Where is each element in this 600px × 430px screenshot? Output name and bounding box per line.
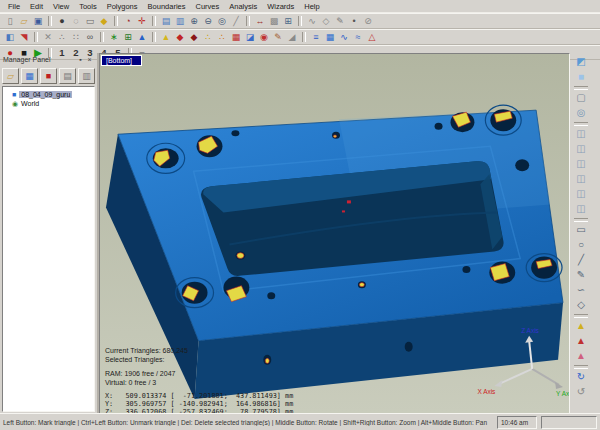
- z-axis-label: Z Axis: [521, 327, 539, 334]
- menu-item[interactable]: Wizards: [262, 1, 299, 12]
- save-icon[interactable]: ▣: [31, 15, 45, 27]
- delete-icon[interactable]: ✕: [41, 31, 55, 43]
- dimension-icon[interactable]: ↔: [253, 15, 267, 27]
- tab-properties-icon[interactable]: ▤: [59, 68, 76, 84]
- fill-holes-icon[interactable]: ▲: [159, 31, 173, 43]
- zoom-in-icon[interactable]: ⊕: [187, 15, 201, 27]
- disable-icon[interactable]: ⊘: [361, 15, 375, 27]
- smooth-shaded-icon[interactable]: ■: [573, 70, 589, 84]
- mark-yellow-icon[interactable]: ▲: [573, 319, 589, 333]
- disc-icon[interactable]: ◉: [257, 31, 271, 43]
- repair-icon[interactable]: ◆: [187, 31, 201, 43]
- polish-icon[interactable]: ∴: [215, 31, 229, 43]
- select-rect-icon[interactable]: ▭: [573, 223, 589, 237]
- single-view-icon[interactable]: ▤: [159, 15, 173, 27]
- iso-view-1-icon[interactable]: ◫: [573, 127, 589, 141]
- monitor-icon[interactable]: ▦: [323, 31, 337, 43]
- mark-red-icon[interactable]: ▲: [573, 334, 589, 348]
- menu-item[interactable]: Analysis: [224, 1, 262, 12]
- shaded-view-icon[interactable]: ◩: [573, 55, 589, 69]
- rotate-cw-icon[interactable]: ↻: [573, 370, 589, 384]
- menu-item[interactable]: Tools: [74, 1, 102, 12]
- tab-settings-icon[interactable]: ▥: [78, 68, 95, 84]
- info-overlay: Current Triangles: 680,245 Selected Tria…: [105, 346, 293, 414]
- point-cloud-icon[interactable]: ∴: [55, 31, 69, 43]
- new-file-icon[interactable]: ▯: [3, 15, 17, 27]
- open-folder-icon[interactable]: ▱: [17, 15, 31, 27]
- iso-view-4-icon[interactable]: ◫: [573, 172, 589, 186]
- spring-icon[interactable]: ≡: [309, 31, 323, 43]
- binocular-icon[interactable]: ∞: [83, 31, 97, 43]
- ellipse-select-icon[interactable]: ◌: [69, 15, 83, 27]
- triangle-mesh-icon[interactable]: ▲: [135, 31, 149, 43]
- rect-select-icon[interactable]: ▭: [83, 15, 97, 27]
- hourglass-icon[interactable]: ◆: [97, 15, 111, 27]
- x-coordinate: X: 509.013374 [ -71.201881; 437.811493] …: [105, 392, 293, 400]
- menu-item[interactable]: Boundaries: [143, 1, 191, 12]
- select-polygon-icon[interactable]: ◇: [573, 298, 589, 312]
- menu-item[interactable]: Help: [299, 1, 324, 12]
- menu-item[interactable]: View: [48, 1, 74, 12]
- compare-icon[interactable]: △: [365, 31, 379, 43]
- grid-icon[interactable]: ⊞: [281, 15, 295, 27]
- tab-tree-icon[interactable]: ▱: [2, 68, 19, 84]
- select-pencil-icon[interactable]: ✎: [573, 268, 589, 282]
- iso-view-5-icon[interactable]: ◫: [573, 187, 589, 201]
- select-line-icon[interactable]: ╱: [573, 253, 589, 267]
- sandpaper-icon[interactable]: ∴: [201, 31, 215, 43]
- status-extra-pane: [541, 416, 597, 429]
- curve-tool-icon[interactable]: ∿: [305, 15, 319, 27]
- viewport-3d[interactable]: Z Axis X Axis Y Axis [Bottom] Current Tr…: [99, 53, 570, 414]
- waves-icon[interactable]: ≈: [351, 31, 365, 43]
- wave-icon[interactable]: ∿: [337, 31, 351, 43]
- iso-view-6-icon[interactable]: ◫: [573, 202, 589, 216]
- select-lasso-icon[interactable]: ∽: [573, 283, 589, 297]
- cylinder-view-icon[interactable]: ◎: [573, 106, 589, 120]
- mark-pink-icon[interactable]: ▲: [573, 349, 589, 363]
- iso-view-3-icon[interactable]: ◫: [573, 157, 589, 171]
- select-circle-icon[interactable]: ○: [573, 238, 589, 252]
- hierarchy-icon[interactable]: ⊞: [121, 31, 135, 43]
- flat-view-icon[interactable]: ▢: [573, 91, 589, 105]
- manager-panel: Manager Panel ▪ × ▱▦■▤▥ ■ 08_04_09_guru …: [0, 53, 99, 414]
- zoom-out-icon[interactable]: ⊖: [201, 15, 215, 27]
- close-icon[interactable]: ×: [85, 56, 94, 63]
- main-area: Manager Panel ▪ × ▱▦■▤▥ ■ 08_04_09_guru …: [0, 53, 600, 414]
- tab-display-icon[interactable]: ▦: [21, 68, 38, 84]
- tree-item[interactable]: ◉ World: [5, 99, 94, 108]
- menu-bar: FileEditViewToolsPolygonsBoundariesCurve…: [0, 0, 600, 13]
- cube-tool-icon[interactable]: ◇: [319, 15, 333, 27]
- snapshot-icon[interactable]: ▩: [267, 15, 281, 27]
- wireframe-icon[interactable]: ◥: [17, 31, 31, 43]
- menu-item[interactable]: File: [3, 1, 25, 12]
- measure-line-icon[interactable]: ╱: [229, 15, 243, 27]
- target-icon[interactable]: ✛: [135, 15, 149, 27]
- feature-icon[interactable]: ∗: [107, 31, 121, 43]
- toolbar-separator: [246, 16, 250, 26]
- edit-boundary-icon[interactable]: ✎: [271, 31, 285, 43]
- shade-model-icon[interactable]: ◧: [3, 31, 17, 43]
- toolbar-separator: [114, 16, 118, 26]
- ram-info: RAM: 1906 free / 2047: [105, 369, 293, 378]
- ramp-icon[interactable]: ◢: [285, 31, 299, 43]
- defeature-icon[interactable]: ◆: [173, 31, 187, 43]
- tab-model-icon[interactable]: ■: [40, 68, 57, 84]
- history-clock-icon[interactable]: ◔: [121, 15, 135, 27]
- plane-cut-icon[interactable]: ◪: [243, 31, 257, 43]
- menu-item[interactable]: Curves: [190, 1, 224, 12]
- zoom-window-icon[interactable]: ◎: [215, 15, 229, 27]
- menu-item[interactable]: Edit: [25, 1, 48, 12]
- menu-item[interactable]: Polygons: [102, 1, 143, 12]
- register-icon[interactable]: ∷: [69, 31, 83, 43]
- status-bar: Left Button: Mark triangle | Ctrl+Left B…: [0, 413, 600, 430]
- point-icon[interactable]: •: [347, 15, 361, 27]
- sphere-tool-icon[interactable]: ●: [55, 15, 69, 27]
- multi-view-icon[interactable]: ▥: [173, 15, 187, 27]
- iso-view-2-icon[interactable]: ◫: [573, 142, 589, 156]
- tree-item[interactable]: ■ 08_04_09_guru: [5, 90, 94, 99]
- rotate-ccw-icon[interactable]: ↺: [573, 385, 589, 399]
- pencil-icon[interactable]: ✎: [333, 15, 347, 27]
- remove-spikes-icon[interactable]: ▦: [229, 31, 243, 43]
- pin-icon[interactable]: ▪: [76, 56, 85, 63]
- toolbar-separator: [152, 32, 156, 42]
